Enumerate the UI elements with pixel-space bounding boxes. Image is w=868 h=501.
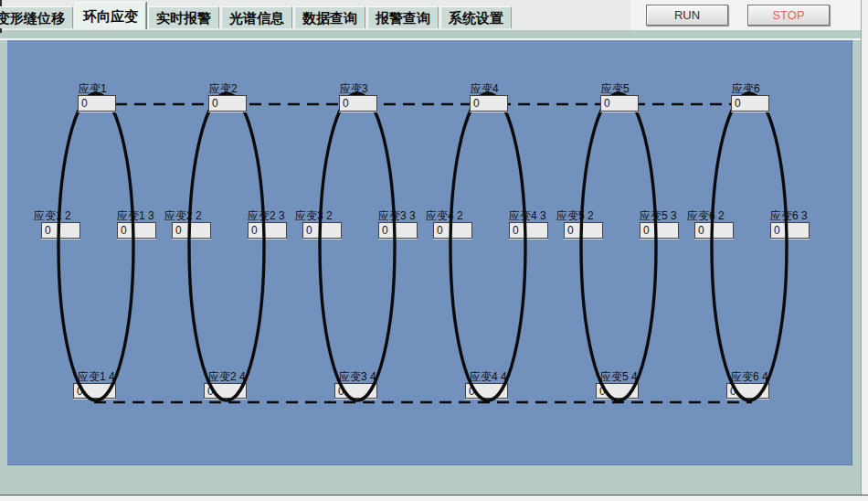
strain-value-6-right[interactable]: 0 [770, 222, 810, 239]
strain-value-1-left[interactable]: 0 [41, 222, 80, 239]
strain-value-4-top[interactable]: 0 [470, 95, 508, 112]
tab-5[interactable]: 数据查询 [294, 6, 365, 28]
strain-value-5-right[interactable]: 0 [640, 222, 679, 239]
window-bottom-strip [0, 495, 868, 501]
strain-value-3-left[interactable]: 0 [302, 222, 342, 239]
strain-value-4-left[interactable]: 0 [433, 222, 472, 239]
strain-value-5-left[interactable]: 0 [564, 222, 603, 239]
strain-value-4-right[interactable]: 0 [509, 222, 548, 239]
stop-button[interactable]: STOP [747, 5, 830, 26]
strain-value-6-left[interactable]: 0 [694, 222, 734, 239]
strain-value-1-right[interactable]: 0 [117, 222, 156, 239]
strain-value-1-bottom[interactable]: 0 [73, 383, 116, 399]
strain-value-2-bottom[interactable]: 0 [204, 383, 247, 399]
strain-value-2-top[interactable]: 0 [208, 95, 247, 112]
tab-6[interactable]: 报警查询 [367, 6, 439, 28]
top-bar: 变形缝位移环向应变实时报警光谱信息数据查询报警查询系统设置 RUN STOP [0, 0, 868, 30]
tab-7[interactable]: 系统设置 [440, 6, 512, 28]
window-right-strip [861, 0, 868, 501]
strain-value-3-right[interactable]: 0 [378, 222, 418, 239]
tab-strip: 变形缝位移环向应变实时报警光谱信息数据查询报警查询系统设置 [0, 0, 513, 29]
strain-value-3-bottom[interactable]: 0 [334, 383, 377, 399]
tab-4[interactable]: 光谱信息 [221, 6, 292, 28]
strain-value-2-right[interactable]: 0 [248, 222, 287, 239]
strain-value-1-top[interactable]: 0 [78, 95, 116, 112]
app-window: 应变1 20应变1 30应变1 40应变2 20应变2 30应变2 40应变3 … [0, 0, 868, 501]
strain-diagram-panel [7, 40, 852, 465]
strain-value-6-bottom[interactable]: 0 [726, 383, 769, 399]
tab-1[interactable]: 变形缝位移 [0, 6, 73, 28]
tab-3[interactable]: 实时报警 [148, 6, 219, 28]
strain-value-6-top[interactable]: 0 [731, 95, 769, 112]
strain-value-3-top[interactable]: 0 [339, 95, 377, 112]
strain-value-5-bottom[interactable]: 0 [596, 383, 639, 399]
run-button[interactable]: RUN [646, 5, 728, 26]
tab-2[interactable]: 环向应变 [75, 2, 146, 29]
strain-value-4-bottom[interactable]: 0 [465, 383, 508, 399]
strain-value-2-left[interactable]: 0 [172, 222, 211, 239]
strain-value-5-top[interactable]: 0 [600, 95, 639, 112]
